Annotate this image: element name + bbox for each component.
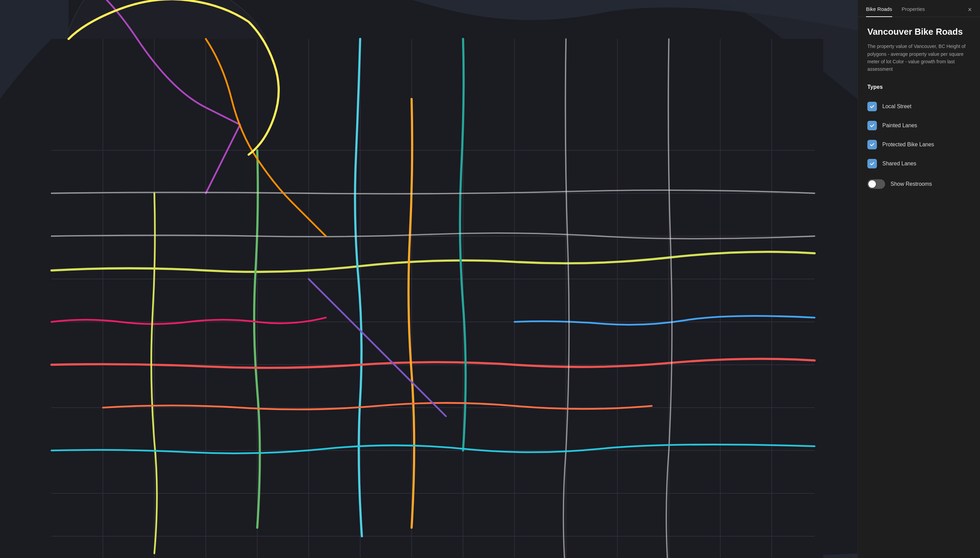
filter-label-painted-lanes: Painted Lanes — [882, 123, 917, 129]
panel-content: Vancouver Bike Roads The property value … — [858, 17, 980, 558]
checkbox-local-street[interactable] — [867, 102, 877, 111]
map-canvas — [0, 0, 857, 558]
panel-title: Vancouver Bike Roads — [867, 26, 970, 37]
app-container: Bike Roads Properties × Vancouver Bike R… — [0, 0, 980, 558]
tab-bike-roads[interactable]: Bike Roads — [866, 6, 892, 17]
toggle-knob — [868, 181, 876, 188]
filter-item-local-street: Local Street — [867, 97, 970, 116]
checkbox-protected-bike-lanes[interactable] — [867, 140, 877, 149]
filter-list: Local Street Painted Lanes — [867, 97, 970, 173]
filter-label-shared-lanes: Shared Lanes — [882, 161, 916, 167]
filter-item-protected-bike-lanes: Protected Bike Lanes — [867, 135, 970, 154]
filter-item-painted-lanes: Painted Lanes — [867, 116, 970, 135]
tab-properties[interactable]: Properties — [902, 6, 925, 17]
sidebar: Bike Roads Properties × Vancouver Bike R… — [857, 0, 980, 558]
types-section-title: Types — [867, 84, 970, 90]
filter-label-protected-bike-lanes: Protected Bike Lanes — [882, 141, 934, 148]
tabs-row: Bike Roads Properties × — [858, 0, 980, 17]
filter-label-local-street: Local Street — [882, 103, 911, 110]
checkbox-painted-lanes[interactable] — [867, 121, 877, 130]
toggle-show-restrooms[interactable] — [867, 179, 885, 189]
filter-item-shared-lanes: Shared Lanes — [867, 154, 970, 173]
toggle-item-show-restrooms: Show Restrooms — [867, 173, 970, 189]
toggle-label-show-restrooms: Show Restrooms — [890, 181, 932, 187]
panel-description: The property value of Vancouver, BC Heig… — [867, 43, 970, 73]
map-area[interactable] — [0, 0, 857, 558]
close-button[interactable]: × — [966, 5, 973, 14]
checkbox-shared-lanes[interactable] — [867, 159, 877, 168]
